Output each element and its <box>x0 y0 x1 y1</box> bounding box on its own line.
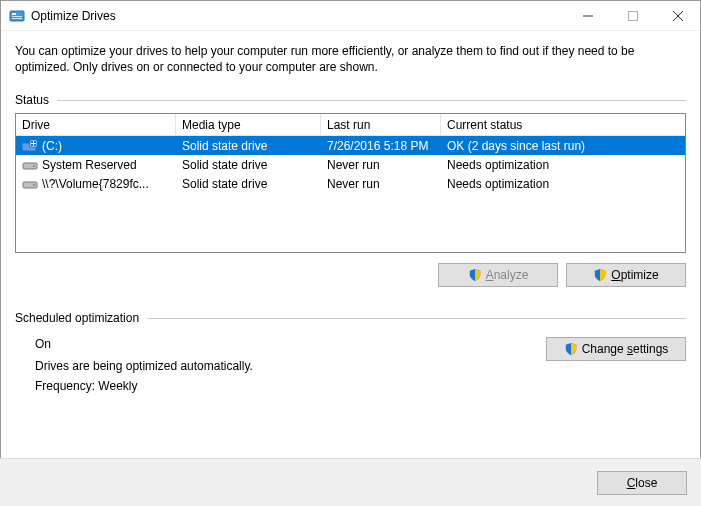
maximize-button[interactable] <box>610 1 655 30</box>
scheduled-state: On <box>35 337 546 351</box>
change-settings-button[interactable]: Change settings <box>546 337 686 361</box>
shield-icon <box>593 268 607 282</box>
svg-point-15 <box>33 165 35 167</box>
svg-rect-3 <box>12 18 22 19</box>
separator <box>57 100 686 101</box>
shield-icon <box>468 268 482 282</box>
drive-last-run: Never run <box>321 158 441 172</box>
col-drive[interactable]: Drive <box>16 114 176 136</box>
svg-rect-1 <box>12 13 16 15</box>
svg-rect-2 <box>12 16 22 17</box>
table-header: Drive Media type Last run Current status <box>16 114 685 136</box>
drive-status: Needs optimization <box>441 177 685 191</box>
change-settings-label: Change settings <box>582 342 669 356</box>
optimize-label: Optimize <box>611 268 658 282</box>
col-status[interactable]: Current status <box>441 114 685 136</box>
titlebar: Optimize Drives <box>1 1 700 31</box>
optimize-button[interactable]: Optimize <box>566 263 686 287</box>
col-media[interactable]: Media type <box>176 114 321 136</box>
drive-media: Solid state drive <box>176 177 321 191</box>
app-icon <box>9 8 25 24</box>
status-label-text: Status <box>15 93 49 107</box>
shield-icon <box>564 342 578 356</box>
analyze-label: Analyze <box>486 268 529 282</box>
scheduled-freq: Frequency: Weekly <box>35 379 546 393</box>
table-row[interactable]: \\?\Volume{7829fc...Solid state driveNev… <box>16 174 685 193</box>
drive-name: System Reserved <box>42 158 137 172</box>
status-section-label: Status <box>15 93 686 107</box>
svg-rect-10 <box>31 141 33 143</box>
scheduled-label-text: Scheduled optimization <box>15 311 139 325</box>
drive-last-run: 7/26/2016 5:18 PM <box>321 139 441 153</box>
close-button[interactable]: Close <box>597 471 687 495</box>
footer: Close <box>0 458 701 506</box>
intro-text: You can optimize your drives to help you… <box>15 43 686 75</box>
os-drive-icon <box>22 140 38 152</box>
separator <box>147 318 686 319</box>
svg-rect-5 <box>628 11 637 20</box>
table-row[interactable]: (C:)Solid state drive7/26/2016 5:18 PMOK… <box>16 136 685 155</box>
drive-name: (C:) <box>42 139 62 153</box>
drive-media: Solid state drive <box>176 158 321 172</box>
svg-point-17 <box>33 184 35 186</box>
svg-line-7 <box>673 11 683 21</box>
analyze-button[interactable]: Analyze <box>438 263 558 287</box>
col-last[interactable]: Last run <box>321 114 441 136</box>
drive-status: OK (2 days since last run) <box>441 139 685 153</box>
drive-status: Needs optimization <box>441 158 685 172</box>
drive-media: Solid state drive <box>176 139 321 153</box>
scheduled-section-label: Scheduled optimization <box>15 311 686 325</box>
close-label: Close <box>627 476 658 490</box>
close-window-button[interactable] <box>655 1 700 30</box>
svg-line-6 <box>673 11 683 21</box>
drive-last-run: Never run <box>321 177 441 191</box>
hdd-icon <box>22 159 38 171</box>
minimize-button[interactable] <box>565 1 610 30</box>
scheduled-desc: Drives are being optimized automatically… <box>35 359 546 373</box>
svg-rect-11 <box>34 141 36 143</box>
drives-table: Drive Media type Last run Current status… <box>15 113 686 253</box>
window-title: Optimize Drives <box>31 9 116 23</box>
hdd-icon <box>22 178 38 190</box>
svg-rect-12 <box>31 144 33 146</box>
table-body: (C:)Solid state drive7/26/2016 5:18 PMOK… <box>16 136 685 193</box>
svg-rect-13 <box>34 144 36 146</box>
table-row[interactable]: System ReservedSolid state driveNever ru… <box>16 155 685 174</box>
drive-name: \\?\Volume{7829fc... <box>42 177 149 191</box>
